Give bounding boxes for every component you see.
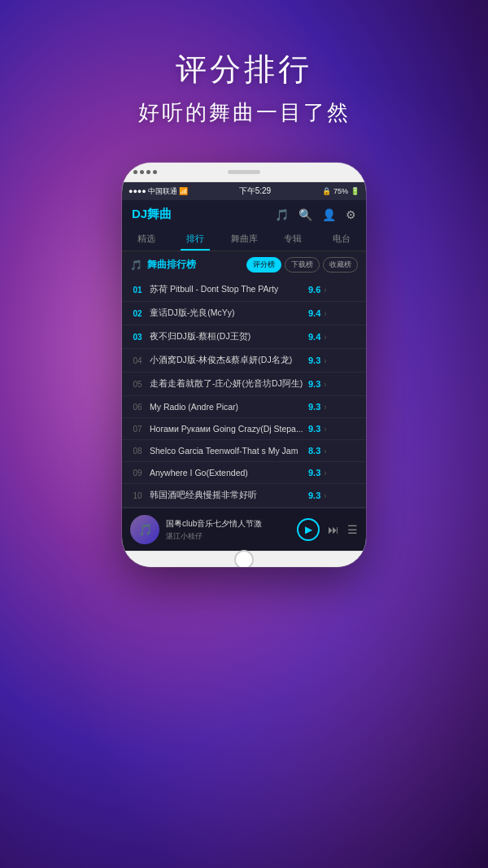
track-number: 08 (130, 447, 145, 456)
settings-icon[interactable]: ⚙ (346, 208, 356, 221)
sort-download-button[interactable]: 下载榜 (285, 257, 320, 273)
track-item[interactable]: 08 Shelco Garcia Teenwolf-That s My Jam … (122, 440, 366, 462)
track-score: 9.3 (308, 424, 320, 434)
track-score: 9.3 (308, 379, 320, 389)
lock-icon: 🔒 (322, 187, 331, 195)
now-artist: 湛江小桂仔 (166, 531, 297, 542)
track-item[interactable]: 01 苏荷 Pitbull - Dont Stop The PArty 9.6 … (122, 278, 366, 302)
now-playing-bar: 🎵 国粤club音乐七夕情人节激 湛江小桂仔 ▶ ⏭ ☰ (122, 508, 366, 551)
phone-body: ●●●● 中国联通 📶 下午5:29 🔒 75% 🔋 DJ舞曲 🎵 🔍 👤 ⚙ (122, 163, 366, 567)
dot2 (140, 170, 144, 174)
track-score: 9.3 (308, 491, 320, 500)
track-score: 9.3 (308, 402, 320, 412)
track-name: Ногами Руками Going Crazy(Dj Stepa... (150, 424, 308, 434)
phone-dots (133, 170, 157, 174)
tab-ranking[interactable]: 排行 (171, 227, 220, 251)
phone-top-bar (122, 163, 366, 182)
track-score: 9.3 (308, 355, 320, 365)
track-item[interactable]: 05 走着走着就散了-庄心妍(光音坊DJ阿生) 9.3 › (122, 373, 366, 396)
top-text-area: 评分排行 好听的舞曲一目了然 (0, 49, 488, 127)
dot3 (146, 170, 150, 174)
track-item[interactable]: 10 韩国酒吧经典慢摇非常好听 9.3 › (122, 484, 366, 508)
chevron-right-icon: › (324, 469, 326, 478)
playback-controls: ▶ ⏭ ☰ (297, 518, 358, 541)
track-number: 07 (130, 425, 145, 434)
tab-picks[interactable]: 精选 (122, 227, 171, 251)
track-item[interactable]: 09 Anywhere I Go(Extended) 9.3 › (122, 462, 366, 484)
track-number: 06 (130, 403, 145, 412)
battery-icon: 🔋 (351, 187, 359, 195)
dot1 (133, 170, 137, 174)
app-title: DJ舞曲 (132, 207, 172, 222)
section-header: 🎵 舞曲排行榜 评分榜 下载榜 收藏榜 (122, 251, 366, 278)
status-right: 🔒 75% 🔋 (322, 187, 359, 195)
chevron-right-icon: › (324, 425, 326, 434)
track-name: Anywhere I Go(Extended) (150, 468, 308, 478)
status-bar: ●●●● 中国联通 📶 下午5:29 🔒 75% 🔋 (122, 182, 366, 200)
app-header: DJ舞曲 🎵 🔍 👤 ⚙ (122, 200, 366, 227)
track-item[interactable]: 06 My Radio (Andre Picar) 9.3 › (122, 396, 366, 418)
signal-dots: ●●●● (129, 187, 146, 195)
header-icons: 🎵 🔍 👤 ⚙ (275, 208, 356, 221)
track-item[interactable]: 02 童话DJ版-光良(McYy) 9.4 › (122, 302, 366, 325)
track-number: 04 (130, 356, 145, 365)
search-icon[interactable]: 🔍 (298, 208, 312, 221)
tab-library[interactable]: 舞曲库 (220, 227, 268, 251)
track-score: 8.3 (308, 446, 320, 456)
track-item[interactable]: 04 小酒窝DJ版-林俊杰&蔡卓妍(DJ名龙) 9.3 › (122, 349, 366, 373)
track-name: 夜不归DJ版-蔡桓(DJ王贺) (150, 331, 308, 342)
chevron-right-icon: › (324, 403, 326, 412)
track-score: 9.6 (308, 285, 320, 294)
dot4 (153, 170, 157, 174)
music-note-icon: 🎵 (130, 260, 142, 271)
track-score: 9.3 (308, 468, 320, 478)
sort-favorite-button[interactable]: 收藏榜 (323, 257, 358, 273)
play-button[interactable]: ▶ (297, 518, 320, 541)
headline-line1: 评分排行 (0, 49, 488, 90)
chevron-right-icon: › (324, 356, 326, 365)
sort-score-button[interactable]: 评分榜 (246, 257, 281, 273)
phone-speaker (228, 170, 260, 174)
tab-albums[interactable]: 专辑 (268, 227, 317, 251)
track-number: 01 (130, 286, 145, 294)
track-number: 10 (130, 491, 145, 500)
now-title: 国粤club音乐七夕情人节激 (166, 518, 280, 530)
now-info: 国粤club音乐七夕情人节激 湛江小桂仔 (166, 518, 297, 542)
track-number: 02 (130, 309, 145, 318)
track-item[interactable]: 03 夜不归DJ版-蔡桓(DJ王贺) 9.4 › (122, 325, 366, 349)
track-name: Shelco Garcia Teenwolf-That s My Jam (150, 446, 308, 456)
chevron-right-icon: › (324, 380, 326, 389)
track-name: 童话DJ版-光良(McYy) (150, 308, 308, 319)
wifi-icon: 📶 (179, 187, 188, 195)
chevron-right-icon: › (324, 491, 326, 500)
track-item[interactable]: 07 Ногами Руками Going Crazy(Dj Stepa...… (122, 418, 366, 440)
user-icon[interactable]: 👤 (322, 208, 336, 221)
track-name: 小酒窝DJ版-林俊杰&蔡卓妍(DJ名龙) (150, 355, 308, 366)
track-number: 03 (130, 333, 145, 342)
track-number: 05 (130, 380, 145, 389)
headline-line2: 好听的舞曲一目了然 (0, 98, 488, 127)
headphone-icon[interactable]: 🎵 (275, 208, 289, 221)
track-score: 9.4 (308, 332, 320, 342)
playlist-button[interactable]: ☰ (347, 523, 358, 536)
track-name: 韩国酒吧经典慢摇非常好听 (150, 490, 308, 501)
battery-pct: 75% (333, 187, 348, 195)
home-button[interactable] (234, 550, 254, 568)
album-art: 🎵 (130, 515, 159, 544)
status-time: 下午5:29 (239, 185, 271, 197)
next-button[interactable]: ⏭ (328, 523, 339, 536)
track-name: 走着走着就散了-庄心妍(光音坊DJ阿生) (150, 378, 308, 390)
tab-bar: 精选 排行 舞曲库 专辑 电台 (122, 227, 366, 251)
track-score: 9.4 (308, 308, 320, 318)
track-number: 09 (130, 469, 145, 478)
chevron-right-icon: › (324, 333, 326, 342)
tab-radio[interactable]: 电台 (317, 227, 366, 251)
status-left: ●●●● 中国联通 📶 (129, 186, 188, 197)
sort-buttons: 评分榜 下载榜 收藏榜 (246, 257, 358, 273)
chevron-right-icon: › (324, 309, 326, 318)
carrier: 中国联通 (148, 186, 177, 197)
phone-bottom-bar (122, 551, 366, 567)
track-list: 01 苏荷 Pitbull - Dont Stop The PArty 9.6 … (122, 278, 366, 508)
chevron-right-icon: › (324, 447, 326, 456)
section-title: 舞曲排行榜 (147, 258, 242, 272)
